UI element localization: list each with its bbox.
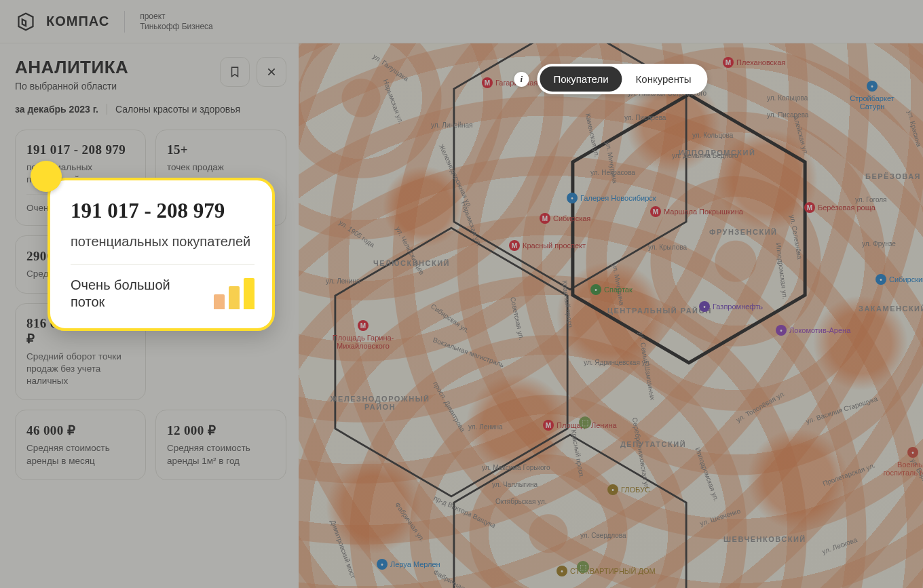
street-label: ул. Ленина (468, 423, 503, 431)
poi-marker[interactable]: •Газпромнефть (699, 301, 763, 312)
district-label: ФРУНЗЕНСКИЙ (709, 228, 778, 236)
park-icon: ⬚ (579, 416, 591, 429)
poi-marker[interactable]: •Стройбаркет Сатурн (835, 81, 909, 111)
toggle-competitors[interactable]: Конкуренты (622, 66, 705, 92)
callout-pin (31, 161, 62, 192)
street-label: ул. Кольцова (692, 132, 733, 139)
street-label: ул. Фрунзе (862, 240, 896, 248)
close-icon (266, 66, 277, 77)
toggle-buyers[interactable]: Покупатели (540, 66, 622, 92)
app-header: КОМПАС проект Тинькофф Бизнеса (0, 0, 923, 43)
bars-icon (214, 278, 255, 309)
street-label: ул. Демьяна Бедного (672, 152, 738, 159)
bookmark-icon (229, 66, 241, 78)
layer-toggle-group: i Покупатели Конкуренты (514, 64, 707, 94)
map-area[interactable]: ЦЕНТРАЛЬНЫЙ РАЙОНЖЕЛЕЗНОДОРОЖНЫЙ РАЙОНФР… (299, 43, 923, 588)
street-label: ул. Линейная (431, 121, 473, 129)
district-label: БЕРЁЗОВАЯ РОЩА (865, 172, 923, 180)
close-button[interactable] (257, 57, 286, 87)
street-label: ул. Крылова (648, 243, 687, 251)
district-label: ЖЕЛЕЗНОДОРОЖНЫЙ РАЙОН (326, 395, 434, 411)
street-label: ул. Свердлова (580, 532, 626, 539)
filter-row: за декабрь 2023 г. Салоны красоты и здор… (15, 104, 286, 115)
header-divider (124, 11, 125, 33)
street-label: ул. Ленина (326, 277, 360, 285)
street-label: ул. Писарева (624, 114, 666, 121)
metro-station[interactable]: МБерёзовая роща (804, 202, 875, 213)
district-label: ДЕПУТАТСКИЙ (620, 440, 686, 448)
street-label: ул. Максима Горького (482, 464, 550, 471)
metro-station[interactable]: МПлехановская (723, 57, 785, 68)
metro-station[interactable]: МСибирская (540, 213, 590, 224)
district-label: ЦЕНТРАЛЬНЫЙ РАЙОН (607, 307, 712, 315)
poi-marker[interactable]: •СТОКВАРТИРНЫЙ ДОМ (557, 566, 656, 576)
page-subtitle: По выбранной области (15, 81, 128, 92)
bookmark-button[interactable] (220, 57, 250, 87)
street-label: ул. Ядринцевская ул. (584, 359, 651, 366)
logo-text: КОМПАС (46, 14, 109, 29)
poi-marker[interactable]: •Сибирский М (875, 274, 923, 285)
category-label: Салоны красоты и здоровья (115, 104, 240, 115)
metro-station[interactable]: ММаршала Покрышкина (650, 206, 743, 217)
poi-marker[interactable]: •Локомотив-Арена (776, 325, 850, 336)
metro-station[interactable]: МКрасный проспект (509, 240, 586, 251)
poi-marker[interactable]: •ГЛОБУС (607, 484, 650, 495)
hex-cell[interactable] (448, 430, 692, 588)
poi-marker[interactable]: •Галерея Новосибирск (567, 193, 656, 203)
layer-toggle: Покупатели Конкуренты (537, 64, 707, 94)
stat-card-rent-month[interactable]: 46 000 ₽ Средняя стоимость аренды в меся… (15, 410, 146, 479)
stat-card-rent-sqm[interactable]: 12 000 ₽ Средняя стоимость аренды 1м² в … (155, 410, 286, 479)
street-label: Октябрьская ул. (495, 498, 547, 505)
callout-value: 191 017 - 208 979 (71, 198, 255, 223)
period-label: за декабрь 2023 г. (15, 104, 98, 115)
callout-desc: потенциальных покупателей (71, 233, 255, 250)
district-label: ЗАКАМЕНСКИЙ (859, 305, 923, 313)
poi-marker[interactable]: •Леруа Мерлен (377, 559, 440, 570)
district-label: ШЕВЧЕНКОВСКИЙ (723, 535, 806, 543)
poi-marker[interactable]: •Военный госпиталь № 425 (875, 447, 923, 477)
metro-station[interactable]: МПлощадь Гарина-Михайловского (326, 320, 400, 350)
street-label: ул. Чаплыгина (492, 481, 538, 488)
poi-marker[interactable]: •Спартак (590, 284, 633, 295)
street-label: ул. Писарева (767, 111, 808, 119)
street-label: ул. Кольцова (767, 94, 808, 102)
info-button[interactable]: i (514, 72, 529, 87)
callout-flow: Очень большой поток (71, 277, 207, 311)
logo-icon (16, 12, 35, 31)
buyers-callout: 191 017 - 208 979 потенциальных покупате… (48, 178, 275, 331)
page-title: АНАЛИТИКА (15, 57, 128, 78)
header-subtitle: проект Тинькофф Бизнеса (140, 12, 213, 32)
park-icon: ⬚ (577, 561, 589, 573)
